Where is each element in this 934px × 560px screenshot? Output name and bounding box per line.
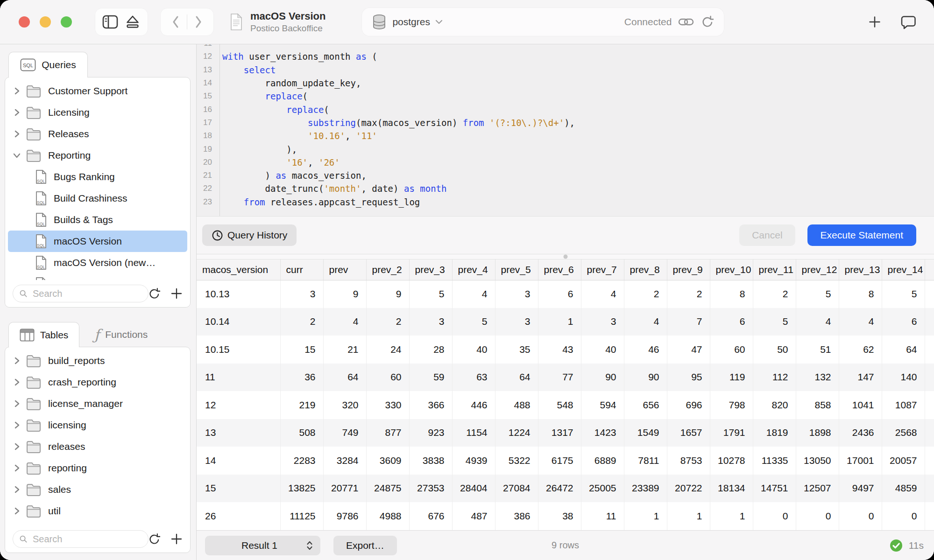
database-selector[interactable]: postgres	[392, 16, 430, 28]
cell-prev-5[interactable]: 64	[495, 364, 538, 392]
cell-prev-13[interactable]: 9497	[839, 475, 882, 503]
cell-prev-6[interactable]: 26472	[538, 475, 581, 503]
sidebar-toggle-button[interactable]	[99, 11, 121, 33]
tree-folder-releases[interactable]: releases	[8, 436, 187, 457]
cell-prev-13[interactable]: 1041	[839, 391, 882, 419]
cell-prev-5[interactable]: 5322	[495, 447, 538, 475]
chevron-right-icon[interactable]	[12, 464, 22, 472]
cell-prev-8[interactable]: 656	[624, 391, 667, 419]
cell-macos-version[interactable]: 15	[197, 475, 280, 503]
cell-prev-10[interactable]: 6	[710, 308, 753, 336]
pane-splitter[interactable]	[197, 254, 934, 259]
cell-prev[interactable]: 9	[323, 280, 366, 308]
cell-prev-7[interactable]: 4	[581, 280, 624, 308]
cell-prev-10[interactable]: 18134	[710, 475, 753, 503]
tree-folder-reporting[interactable]: Reporting	[8, 145, 187, 166]
feedback-button[interactable]	[901, 15, 916, 29]
column-header-prev-6[interactable]: prev_6	[538, 259, 581, 280]
chevron-right-icon[interactable]	[12, 378, 22, 386]
column-header-prev-7[interactable]: prev_7	[581, 259, 624, 280]
cell-curr[interactable]: 36	[280, 364, 323, 392]
close-button[interactable]	[19, 16, 30, 28]
column-header-prev-10[interactable]: prev_10	[710, 259, 753, 280]
cell-prev-12[interactable]: 5	[796, 280, 839, 308]
result-selector[interactable]: Result 1	[205, 536, 320, 555]
cell-prev-5[interactable]: 27084	[495, 475, 538, 503]
tree-folder-licensing[interactable]: licensing	[8, 414, 187, 436]
cell-prev-4[interactable]: 4	[452, 280, 495, 308]
cell-prev-6[interactable]: 6	[538, 280, 581, 308]
cell-prev-13[interactable]: 147	[839, 364, 882, 392]
tree-query-macos-version-new[interactable]: SQLmacOS Version (new…	[8, 252, 187, 273]
cell-prev-2[interactable]: 4988	[366, 502, 409, 530]
cell-macos-version[interactable]: 10.15	[197, 336, 280, 364]
cell-prev-10[interactable]: 8	[710, 280, 753, 308]
column-header-prev-9[interactable]: prev_9	[667, 259, 710, 280]
cell-prev-8[interactable]: 90	[624, 364, 667, 392]
new-item-button[interactable]	[868, 15, 881, 28]
cell-prev-5[interactable]: 35	[495, 336, 538, 364]
column-header-prev-4[interactable]: prev_4	[452, 259, 495, 280]
column-header-prev-5[interactable]: prev_5	[495, 259, 538, 280]
cell-prev-10[interactable]: 10278	[710, 447, 753, 475]
cell-prev-9[interactable]: 95	[667, 364, 710, 392]
cell-prev[interactable]: 20771	[323, 475, 366, 503]
cell-prev-8[interactable]: 46	[624, 336, 667, 364]
cell-macos-version[interactable]: 11	[197, 364, 280, 392]
cell-prev-12[interactable]: 0	[796, 502, 839, 530]
cell-prev[interactable]: 21	[323, 336, 366, 364]
cell-prev-7[interactable]: 90	[581, 364, 624, 392]
chevron-right-icon[interactable]	[12, 485, 22, 494]
cell-prev-9[interactable]: 7	[667, 308, 710, 336]
cell-prev-5[interactable]: 386	[495, 502, 538, 530]
cell-prev-6[interactable]: 1	[538, 308, 581, 336]
cell-curr[interactable]: 508	[280, 419, 323, 447]
cell-prev-7[interactable]: 594	[581, 391, 624, 419]
cell-prev-2[interactable]: 330	[366, 391, 409, 419]
tree-folder-build-reports[interactable]: build_reports	[8, 350, 187, 371]
cell-prev-7[interactable]: 25005	[581, 475, 624, 503]
sql-editor[interactable]: 1112with user_versions_month as (13 sele…	[197, 44, 934, 216]
cell-prev[interactable]: 320	[323, 391, 366, 419]
tree-query-builds-tags[interactable]: SQLBuilds & Tags	[8, 209, 187, 231]
execute-statement-button[interactable]: Execute Statement	[807, 224, 916, 246]
cell-prev-4[interactable]: 487	[452, 502, 495, 530]
cell-prev-13[interactable]: 17001	[839, 447, 882, 475]
column-header-prev-2[interactable]: prev_2	[366, 259, 409, 280]
cell-macos-version[interactable]: 14	[197, 447, 280, 475]
cell-prev-12[interactable]: 12507	[796, 475, 839, 503]
cell-prev-14[interactable]: 4859	[882, 475, 925, 503]
tree-query-build-crashiness[interactable]: SQLBuild Crashiness	[8, 188, 187, 209]
cell-prev[interactable]: 3284	[323, 447, 366, 475]
tree-folder-license-manager[interactable]: license_manager	[8, 393, 187, 414]
cell-prev-14[interactable]: 20057	[882, 447, 925, 475]
tab-queries[interactable]: SQL Queries	[8, 52, 88, 77]
cell-prev-7[interactable]: 40	[581, 336, 624, 364]
add-table-button[interactable]	[170, 533, 183, 545]
cell-prev-3[interactable]: 59	[409, 364, 452, 392]
cell-prev-14[interactable]: 0	[882, 502, 925, 530]
column-header-prev[interactable]: prev	[323, 259, 366, 280]
cell-prev-11[interactable]: 11335	[753, 447, 796, 475]
queries-refresh-button[interactable]	[149, 287, 160, 300]
query-history-button[interactable]: Query History	[202, 224, 297, 246]
cell-prev-13[interactable]: 4	[839, 308, 882, 336]
tree-folder-crash-reporting[interactable]: crash_reporting	[8, 371, 187, 393]
add-query-button[interactable]	[170, 287, 183, 300]
disconnect-button[interactable]	[121, 11, 144, 33]
cell-prev-4[interactable]: 4939	[452, 447, 495, 475]
cell-prev-9[interactable]: 47	[667, 336, 710, 364]
cell-prev-8[interactable]: 4	[624, 308, 667, 336]
cell-prev-8[interactable]: 2	[624, 280, 667, 308]
cell-macos-version[interactable]: 26	[197, 502, 280, 530]
cell-prev-11[interactable]: 14751	[753, 475, 796, 503]
cell-prev-10[interactable]: 1791	[710, 419, 753, 447]
column-header-prev-3[interactable]: prev_3	[409, 259, 452, 280]
tree-folder-reporting[interactable]: reporting	[8, 457, 187, 479]
cell-prev-10[interactable]: 119	[710, 364, 753, 392]
cell-prev-5[interactable]: 1224	[495, 419, 538, 447]
tables-refresh-button[interactable]	[149, 533, 160, 546]
chevron-right-icon[interactable]	[12, 442, 22, 451]
cell-prev-12[interactable]: 132	[796, 364, 839, 392]
cell-curr[interactable]: 11125	[280, 502, 323, 530]
